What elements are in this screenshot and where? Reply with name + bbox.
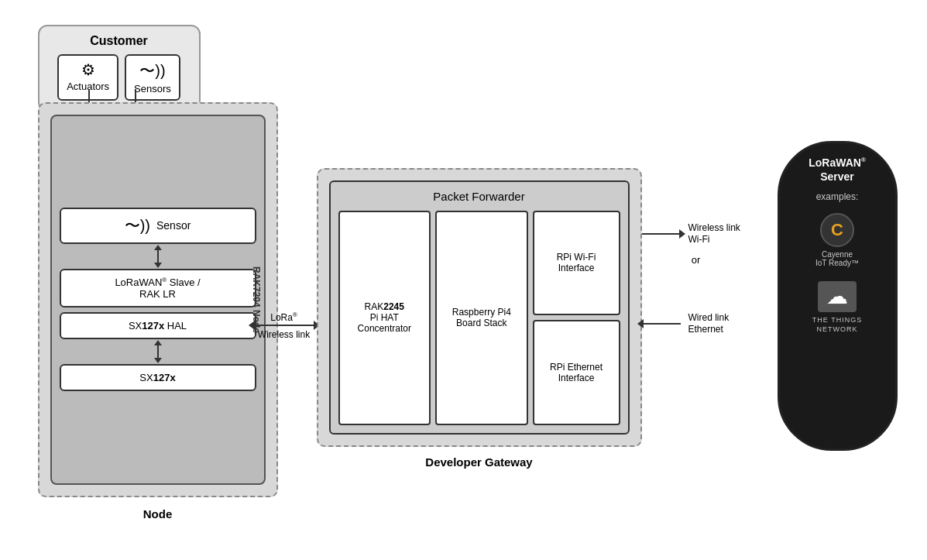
lora-label: LoRa®	[270, 311, 297, 323]
lorawan-slave-component: LoRaWAN® Slave /RAK LR	[60, 269, 256, 307]
sx127x-hal-component: SX127x HAL	[60, 312, 256, 339]
gateway-inner-box: Packet Forwarder RAK2245Pi HATConcentrat…	[329, 180, 630, 435]
node-section: 〜)) Sensor LoRaWAN® Slave /RAK LR	[38, 102, 278, 497]
cayenne-iot: IoT Ready™	[815, 259, 859, 267]
or-label: or	[642, 254, 750, 266]
cayenne-icon: C	[831, 220, 843, 240]
wired-link-text: Wired link Ethernet	[688, 312, 730, 335]
server-section: LoRaWAN®Server examples: C Cayenne IoT R…	[778, 141, 898, 451]
cayenne-name: Cayenne	[822, 250, 853, 259]
ttn-text-block: THE THINGSNETWORK	[812, 315, 862, 335]
wifi-interface-label: RPi Wi-Fi Interface	[539, 252, 614, 273]
wifi-interface-box: RPi Wi-Fi Interface	[533, 211, 620, 316]
node-inner-box: 〜)) Sensor LoRaWAN® Slave /RAK LR	[50, 115, 266, 485]
node-components: 〜)) Sensor LoRaWAN® Slave /RAK LR	[60, 124, 256, 476]
wired-link-label: Wired link Ethernet	[688, 312, 750, 336]
gateway-section: Packet Forwarder RAK2245Pi HATConcentrat…	[317, 168, 642, 447]
rpi-component: Raspberry Pi4 Board Stack	[435, 211, 528, 425]
packet-forwarder-label: Packet Forwarder	[338, 190, 620, 203]
gateway-components: RAK2245Pi HATConcentrator Raspberry Pi4 …	[338, 211, 620, 425]
ethernet-arrow-group: Wired link Ethernet	[642, 312, 750, 336]
ttn-name: THE THINGSNETWORK	[812, 316, 862, 334]
cloud-icon: ☁	[826, 283, 848, 309]
wifi-arrow-line	[642, 233, 681, 235]
server-examples-label: examples:	[816, 191, 859, 202]
interfaces-component: RPi Wi-Fi Interface RPi Ethernet Interfa…	[533, 211, 620, 425]
node-double-arrow-1	[154, 249, 162, 264]
lorawan-slave-label: LoRaWAN® Slave /RAK LR	[115, 277, 200, 300]
sensor-wave-icon: 〜))	[125, 215, 150, 236]
v-line-1	[157, 249, 159, 264]
arrow-head-up	[154, 245, 162, 250]
cayenne-logo: C	[820, 213, 854, 247]
sensor-component: 〜)) Sensor	[60, 208, 256, 244]
gateway-outer-box: Packet Forwarder RAK2245Pi HATConcentrat…	[317, 168, 642, 447]
lora-arrow-line	[253, 325, 315, 326]
lora-text: LoRa®	[270, 312, 297, 323]
ttn-logo: ☁	[818, 281, 857, 312]
node-double-arrow-2	[154, 344, 162, 359]
server-box: LoRaWAN®Server examples: C Cayenne IoT R…	[778, 141, 898, 451]
sx127x-label: SX127x	[139, 372, 175, 383]
actuator-icon: ⚙	[67, 60, 109, 79]
server-title-text: LoRaWAN®Server	[809, 156, 866, 183]
ttn-label: THE THINGSNETWORK	[812, 315, 862, 335]
ethernet-interface-label: RPi Ethernet Interface	[539, 362, 614, 383]
customer-title: Customer	[50, 34, 188, 48]
lora-connection: LoRa® Wireless link	[253, 311, 315, 342]
right-connection-arrows: Wireless link Wi-Fi or Wired link Ethern…	[642, 222, 750, 336]
rpi-label: Raspberry Pi4 Board Stack	[441, 307, 522, 328]
wifi-arrow-group: Wireless link Wi-Fi	[642, 222, 750, 246]
sensor-label: Sensor	[156, 219, 191, 232]
ttn-logo-group: ☁ THE THINGSNETWORK	[812, 281, 862, 335]
rak2245-label: RAK2245Pi HATConcentrator	[358, 301, 411, 334]
ethernet-arrow-line	[642, 323, 681, 325]
cayenne-logo-group: C Cayenne IoT Ready™	[815, 213, 859, 267]
sx127x-hal-label: SX127x HAL	[129, 320, 187, 332]
arrow-head-down	[154, 263, 162, 268]
arrow-head-up-2	[154, 340, 162, 345]
cayenne-label: Cayenne IoT Ready™	[815, 250, 859, 267]
node-bottom-label: Node	[38, 507, 278, 520]
sensors-label: Sensors	[134, 83, 171, 94]
sx127x-component: SX127x	[60, 364, 256, 391]
v-line-2	[157, 344, 159, 359]
node-outer-box: 〜)) Sensor LoRaWAN® Slave /RAK LR	[38, 102, 278, 497]
wireless-link-label: Wireless link	[258, 329, 310, 340]
rak2245-component: RAK2245Pi HATConcentrator	[338, 211, 431, 425]
main-diagram: Customer ⚙ Actuators 〜)) Sensors	[22, 17, 905, 544]
wifi-link-text: Wireless link Wi-Fi	[688, 222, 740, 246]
ethernet-interface-box: RPi Ethernet Interface	[533, 320, 620, 425]
gateway-bottom-label: Developer Gateway	[317, 455, 642, 469]
sensor-icon: 〜))	[134, 60, 171, 81]
wifi-link-label: Wireless link Wi-Fi	[688, 222, 750, 246]
server-title: LoRaWAN®Server	[809, 156, 866, 184]
arrow-head-down-2	[154, 358, 162, 363]
